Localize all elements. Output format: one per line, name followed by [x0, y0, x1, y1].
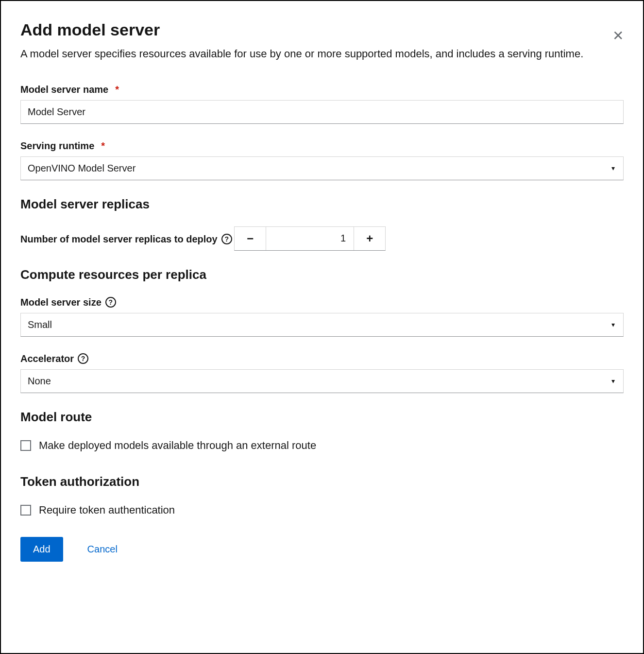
field-group-accelerator: Accelerator ? None ▾ [20, 353, 624, 393]
runtime-label-row: Serving runtime * [20, 140, 105, 152]
add-button[interactable]: Add [20, 537, 63, 562]
accelerator-label-row: Accelerator ? [20, 353, 88, 364]
token-auth-checkbox[interactable] [20, 505, 31, 516]
modal-title: Add model server [20, 20, 624, 39]
size-label: Model server size [20, 297, 102, 308]
serving-runtime-value: OpenVINO Model Server [20, 156, 624, 180]
plus-icon: + [366, 232, 373, 245]
model-server-name-input[interactable] [20, 100, 624, 124]
name-label-row: Model server name * [20, 84, 119, 95]
token-auth-row: Require token authentication [20, 504, 624, 516]
replicas-label-row: Number of model server replicas to deplo… [20, 234, 232, 245]
external-route-checkbox[interactable] [20, 440, 31, 451]
route-section-title: Model route [20, 410, 624, 425]
auth-section-title: Token authorization [20, 474, 624, 489]
help-icon[interactable]: ? [221, 234, 232, 244]
accelerator-label: Accelerator [20, 353, 74, 364]
accelerator-value: None [20, 369, 624, 393]
size-label-row: Model server size ? [20, 297, 116, 308]
compute-section-title: Compute resources per replica [20, 267, 624, 282]
field-group-replicas: Number of model server replicas to deplo… [20, 226, 624, 251]
modal-actions: Add Cancel [20, 537, 624, 562]
cancel-button[interactable]: Cancel [87, 544, 118, 555]
serving-runtime-select[interactable]: OpenVINO Model Server ▾ [20, 156, 624, 180]
accelerator-select[interactable]: None ▾ [20, 369, 624, 393]
replicas-count-label: Number of model server replicas to deplo… [20, 234, 218, 245]
close-button[interactable]: ✕ [612, 29, 624, 43]
token-auth-label[interactable]: Require token authentication [39, 504, 175, 516]
replicas-stepper: − + [234, 226, 386, 251]
help-icon[interactable]: ? [105, 297, 116, 308]
model-server-size-value: Small [20, 313, 624, 337]
required-marker: * [101, 140, 105, 152]
external-route-label[interactable]: Make deployed models available through a… [39, 439, 316, 452]
add-model-server-modal: ✕ Add model server A model server specif… [0, 0, 644, 654]
name-label: Model server name [20, 84, 108, 95]
minus-icon: − [247, 232, 254, 245]
replicas-section-title: Model server replicas [20, 197, 624, 212]
runtime-label: Serving runtime [20, 140, 94, 152]
help-icon[interactable]: ? [78, 353, 88, 364]
field-group-runtime: Serving runtime * OpenVINO Model Server … [20, 140, 624, 180]
modal-description: A model server specifies resources avail… [20, 46, 584, 62]
field-group-size: Model server size ? Small ▾ [20, 297, 624, 337]
replicas-count-input[interactable] [266, 227, 354, 250]
model-server-size-select[interactable]: Small ▾ [20, 313, 624, 337]
decrement-button[interactable]: − [235, 227, 266, 250]
required-marker: * [115, 84, 119, 95]
field-group-name: Model server name * [20, 84, 624, 124]
increment-button[interactable]: + [354, 227, 385, 250]
close-icon: ✕ [612, 28, 624, 43]
external-route-row: Make deployed models available through a… [20, 439, 624, 452]
